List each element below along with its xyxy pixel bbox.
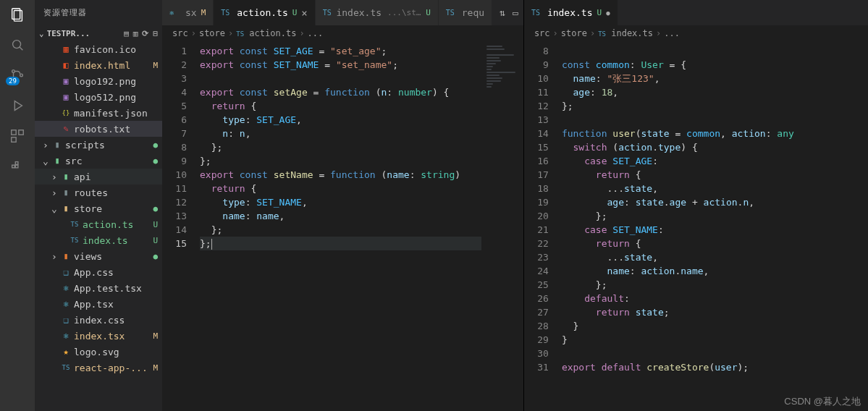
breadcrumb-item[interactable]: ... bbox=[664, 28, 680, 38]
tree-item-label: logo.svg bbox=[74, 347, 148, 357]
tree-item-app-css[interactable]: ❑App.css bbox=[35, 264, 162, 280]
split-icon[interactable]: ▭ bbox=[513, 7, 518, 18]
tree-item-label: logo192.png bbox=[74, 76, 148, 87]
tab-label: index.ts bbox=[547, 7, 593, 18]
file-icon: ★ bbox=[59, 347, 72, 357]
tab-index-ts[interactable]: TSindex.ts...\storeU bbox=[316, 0, 439, 25]
tree-item-index-html[interactable]: ◧index.htmlM bbox=[35, 57, 162, 73]
breadcrumbs-right[interactable]: src›store›TS index.ts›... bbox=[524, 25, 868, 41]
tree-item-src[interactable]: ⌄▮src● bbox=[35, 153, 162, 169]
tree-item-views[interactable]: ›▮views● bbox=[35, 248, 162, 264]
sidebar-title: 资源管理器 bbox=[35, 0, 162, 25]
breadcrumb-item[interactable]: src bbox=[534, 28, 550, 38]
tree-item-label: robots.txt bbox=[74, 124, 148, 135]
file-icon: ▮ bbox=[51, 156, 64, 166]
editor-body-left[interactable]: 123456789101112131415 export const SET_A… bbox=[162, 41, 523, 411]
code-right[interactable]: const common: User = { name: "张三123", ag… bbox=[559, 41, 868, 411]
file-icon: TS bbox=[68, 221, 81, 228]
file-icon: ▮ bbox=[59, 203, 72, 213]
tree-item-label: routes bbox=[74, 187, 148, 198]
code-left[interactable]: export const SET_AGE = "set_age";export … bbox=[197, 41, 481, 411]
editor-body-right[interactable]: 8910111213141516171819202122232425262728… bbox=[524, 41, 868, 411]
tree-item-index-ts[interactable]: TSindex.tsU bbox=[35, 232, 162, 248]
tree-item-index-css[interactable]: ❑index.css bbox=[35, 312, 162, 328]
svg-rect-12 bbox=[15, 165, 18, 168]
tree-item-label: index.ts bbox=[83, 235, 148, 246]
tree-item-label: index.css bbox=[74, 315, 148, 326]
search-icon[interactable] bbox=[9, 36, 26, 54]
breadcrumb-item[interactable]: store bbox=[561, 28, 587, 38]
file-icon: ▮ bbox=[59, 171, 72, 182]
tree-item-logo192-png[interactable]: ▣logo192.png bbox=[35, 73, 162, 89]
svg-marker-7 bbox=[14, 101, 22, 111]
breadcrumb-item[interactable]: TS index.ts bbox=[598, 28, 653, 38]
breadcrumb-item[interactable]: store bbox=[199, 28, 225, 38]
compare-icon[interactable]: ⇅ bbox=[500, 7, 505, 18]
svg-rect-11 bbox=[12, 165, 15, 168]
tree-item-react-app-[interactable]: TSreact-app-...M bbox=[35, 360, 162, 376]
gutter-left: 123456789101112131415 bbox=[162, 41, 197, 411]
tab-label: sx bbox=[185, 7, 197, 18]
tree-item-action-ts[interactable]: TSaction.tsU bbox=[35, 216, 162, 232]
git-status: ● bbox=[148, 140, 158, 150]
tree-item-manifest-json[interactable]: {}manifest.json bbox=[35, 105, 162, 121]
docker-icon[interactable] bbox=[9, 158, 26, 175]
file-icon: TS bbox=[68, 237, 81, 244]
tree-item-api[interactable]: ›▮api bbox=[35, 169, 162, 185]
new-folder-icon[interactable]: ▥ bbox=[133, 29, 138, 38]
activity-bar: 29 bbox=[0, 0, 35, 411]
minimap-left[interactable] bbox=[481, 41, 523, 411]
editor-group-right: TSindex.tsU● src›store›TS index.ts›... 8… bbox=[524, 0, 868, 411]
git-status: ● bbox=[148, 204, 158, 213]
file-icon: ⚛ bbox=[59, 299, 72, 309]
project-header[interactable]: ⌄ TESTPR... ▤ ▥ ⟳ ⊟ bbox=[35, 25, 162, 41]
file-icon: TS bbox=[221, 9, 232, 17]
tree-item-logo512-png[interactable]: ▣logo512.png bbox=[35, 89, 162, 105]
breadcrumb-item[interactable]: src bbox=[172, 28, 188, 38]
tree-item-logo-svg[interactable]: ★logo.svg bbox=[35, 344, 162, 360]
tab-label: action.ts bbox=[237, 7, 287, 18]
tabs-right: TSindex.tsU● bbox=[524, 0, 868, 25]
tree-item-routes[interactable]: ›▮routes bbox=[35, 185, 162, 200]
file-tree[interactable]: ▦favicon.ico◧index.htmlM▣logo192.png▣log… bbox=[35, 41, 162, 411]
breadcrumb-item[interactable]: TS action.ts bbox=[236, 28, 296, 38]
tree-item-favicon-ico[interactable]: ▦favicon.ico bbox=[35, 41, 162, 57]
refresh-icon[interactable]: ⟳ bbox=[142, 29, 148, 38]
debug-icon[interactable] bbox=[9, 97, 26, 114]
file-icon: ❑ bbox=[59, 315, 72, 325]
tree-item-label: index.tsx bbox=[74, 331, 148, 342]
tab-index-ts[interactable]: TSindex.tsU● bbox=[524, 0, 618, 25]
file-icon: ▣ bbox=[59, 76, 72, 86]
file-icon: TS bbox=[446, 9, 458, 17]
tree-item-label: App.tsx bbox=[74, 299, 148, 310]
svg-line-3 bbox=[20, 47, 23, 51]
tree-item-index-tsx[interactable]: ⚛index.tsxM bbox=[35, 328, 162, 344]
gutter-right: 8910111213141516171819202122232425262728… bbox=[524, 41, 559, 411]
file-icon: TS bbox=[59, 364, 72, 371]
collapse-icon[interactable]: ⊟ bbox=[153, 29, 158, 38]
tree-item-label: api bbox=[74, 171, 148, 182]
file-icon: ✎ bbox=[59, 124, 72, 134]
tree-item-label: App.test.tsx bbox=[74, 283, 148, 294]
file-icon: ⚛ bbox=[59, 331, 72, 341]
extensions-icon[interactable] bbox=[9, 127, 26, 145]
tree-item-scripts[interactable]: ›▮scripts● bbox=[35, 137, 162, 153]
file-icon: TS bbox=[531, 9, 543, 17]
svg-point-4 bbox=[12, 70, 15, 73]
tab-requ[interactable]: TSrequ bbox=[439, 0, 492, 25]
tree-item-app-tsx[interactable]: ⚛App.tsx bbox=[35, 296, 162, 312]
tree-item-app-test-tsx[interactable]: ⚛App.test.tsx bbox=[35, 280, 162, 296]
new-file-icon[interactable]: ▤ bbox=[124, 29, 129, 38]
breadcrumbs-left[interactable]: src›store›TS action.ts›... bbox=[162, 25, 523, 41]
svg-rect-10 bbox=[12, 137, 16, 142]
explorer-icon[interactable] bbox=[9, 6, 26, 23]
tree-item-robots-txt[interactable]: ✎robots.txt bbox=[35, 121, 162, 137]
tab-sx[interactable]: ⚛sxM bbox=[162, 0, 214, 25]
file-icon: ⚛ bbox=[59, 283, 72, 293]
tab-action-ts[interactable]: TSaction.tsU× bbox=[214, 0, 316, 25]
source-control-icon[interactable]: 29 bbox=[9, 67, 26, 84]
breadcrumb-item[interactable]: ... bbox=[308, 28, 324, 38]
close-icon[interactable]: × bbox=[301, 7, 307, 19]
explorer-sidebar: 资源管理器 ⌄ TESTPR... ▤ ▥ ⟳ ⊟ ▦favicon.ico◧i… bbox=[35, 0, 162, 411]
tree-item-store[interactable]: ⌄▮store● bbox=[35, 200, 162, 216]
